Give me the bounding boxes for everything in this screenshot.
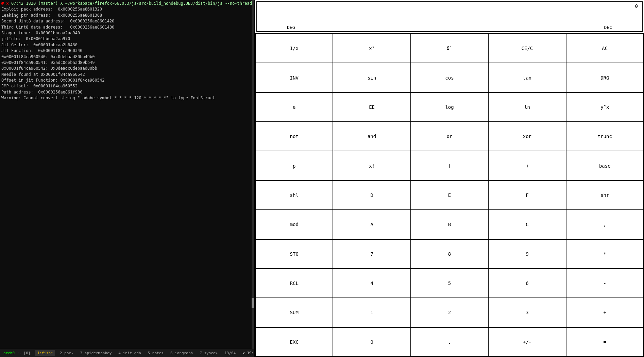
terminal-tab-5[interactable]: 4 init.gdb xyxy=(116,350,143,357)
calc-btn--[interactable]: ) xyxy=(489,151,566,181)
calc-btn-CE-C[interactable]: CE/C xyxy=(489,34,566,63)
calc-btn-5[interactable]: 5 xyxy=(411,269,489,298)
calc-btn-EXC[interactable]: EXC xyxy=(256,328,333,357)
calc-btn--[interactable]: , xyxy=(566,210,644,239)
terminal-scrollbar[interactable] xyxy=(252,0,254,349)
terminal-tab-bar: arch0 :. [0]1:fish*2 poc-3 spidermonkey4… xyxy=(0,349,254,357)
calc-btn-EE[interactable]: EE xyxy=(333,93,411,122)
terminal-content: # x 07:42 1820 (master) X ~/workspace/fi… xyxy=(0,0,252,349)
terminal-tab-9[interactable]: 13/04 xyxy=(222,350,238,357)
terminal-tab-2[interactable]: 1:fish* xyxy=(35,350,55,357)
calc-btn-C[interactable]: C xyxy=(489,210,566,239)
terminal-tab-1[interactable]: arch0 :. [0] xyxy=(1,350,32,357)
calc-btn--[interactable]: ( xyxy=(411,151,489,181)
calc-btn-AC[interactable]: AC xyxy=(566,34,644,63)
calc-display-modes: DEG DEC xyxy=(260,25,639,30)
calc-btn-0[interactable]: 0 xyxy=(333,328,411,357)
calc-btn-base[interactable]: base xyxy=(566,151,644,181)
terminal-tab-7[interactable]: 6 iongraph xyxy=(168,350,195,357)
terminal-line: 0x00001f84ca960542: 0x0deadc0debaad80bb xyxy=(1,66,250,71)
calc-btn-e[interactable]: e xyxy=(256,93,333,122)
terminal-line: Offset in jit Function: 0x00001f84ca9605… xyxy=(1,78,250,83)
calc-btn-trunc[interactable]: trunc xyxy=(566,122,644,151)
calc-btn-9[interactable]: 9 xyxy=(489,240,566,269)
calc-btn-B[interactable]: B xyxy=(411,210,489,239)
terminal-line: Stager func: 0x00001bbcaa2aa940 xyxy=(1,30,250,36)
calc-btn-4[interactable]: 4 xyxy=(333,269,411,298)
terminal-tab-8[interactable]: 7 sysca> xyxy=(198,350,220,357)
calc-btn--[interactable]: * xyxy=(566,240,644,269)
terminal-line: Exploit pack address: 0x0000256ae8601320 xyxy=(1,6,250,12)
calc-btn-3[interactable]: 3 xyxy=(489,298,566,327)
calc-buttons-grid: 1/xx²ϑ`CE/CACINVsincostanDRGeEEloglny^xn… xyxy=(255,33,644,357)
calc-mode-dec: DEC xyxy=(604,25,612,30)
calc-btn-2[interactable]: 2 xyxy=(411,298,489,327)
terminal-line: JMP offset: 0x00001f84ca960552 xyxy=(1,83,250,89)
calc-btn-or[interactable]: or xyxy=(411,122,489,151)
terminal-line: Needle found at 0x00001f84ca960542 xyxy=(1,72,250,78)
calc-btn-shl[interactable]: shl xyxy=(256,181,333,210)
terminal-line: 0x00001f84ca960541: 0xadc0debaad80bb49 xyxy=(1,60,250,66)
terminal-line: Warning: Cannot convert string "-adobe-s… xyxy=(1,95,250,101)
calc-btn-D[interactable]: D xyxy=(333,181,411,210)
calc-btn-8[interactable]: 8 xyxy=(411,240,489,269)
terminal-tab-3[interactable]: 2 poc- xyxy=(58,350,75,357)
calc-btn--[interactable]: + xyxy=(566,298,644,327)
calc-btn-A[interactable]: A xyxy=(333,210,411,239)
terminal-line: Leaking ptr address: 0x0000256ae8601368 xyxy=(1,13,250,18)
terminal-line: # x 07:42 1820 (master) X ~/workspace/fi… xyxy=(1,1,250,6)
calc-btn-1[interactable]: 1 xyxy=(333,298,411,327)
calc-btn-sin[interactable]: sin xyxy=(333,63,411,92)
terminal-tab-4[interactable]: 3 spidermonkey xyxy=(78,350,114,357)
calc-display-value: 0 xyxy=(260,3,639,9)
calc-btn-7[interactable]: 7 xyxy=(333,240,411,269)
terminal-line: 0x00001f84ca960540: 0xc0debaad80bb49b0 xyxy=(1,54,250,60)
terminal-panel: # x 07:42 1820 (master) X ~/workspace/fi… xyxy=(0,0,254,357)
calc-btn-6[interactable]: 6 xyxy=(489,269,566,298)
calc-btn-DRG[interactable]: DRG xyxy=(566,63,644,92)
calc-btn-shr[interactable]: shr xyxy=(566,181,644,210)
calc-btn--[interactable]: = xyxy=(566,328,644,357)
calc-btn-RCL[interactable]: RCL xyxy=(256,269,333,298)
calc-btn-and[interactable]: and xyxy=(333,122,411,151)
terminal-line: Second Uint8 data address: 0x0000256ae86… xyxy=(1,18,250,24)
calc-btn-F[interactable]: F xyxy=(489,181,566,210)
calc-btn-xor[interactable]: xor xyxy=(489,122,566,151)
calc-btn-not[interactable]: not xyxy=(256,122,333,151)
calculator-panel: 0 DEG DEC 1/xx²ϑ`CE/CACINVsincostanDRGeE… xyxy=(254,0,644,357)
calc-btn-E[interactable]: E xyxy=(411,181,489,210)
terminal-line: Third Uint8 data address: 0x0000256ae860… xyxy=(1,24,250,30)
terminal-line: Jit Getter: 0x00001bbcaa2b6430 xyxy=(1,42,250,48)
terminal-scrollbar-thumb[interactable] xyxy=(252,298,254,308)
calc-btn-y-x[interactable]: y^x xyxy=(566,93,644,122)
calc-btn---[interactable]: ϑ` xyxy=(411,34,489,63)
calc-btn-cos[interactable]: cos xyxy=(411,63,489,92)
calc-btn-tan[interactable]: tan xyxy=(489,63,566,92)
terminal-line: Path address: 0x0000256ae861f980 xyxy=(1,89,250,95)
calc-btn----[interactable]: +/- xyxy=(489,328,566,357)
calc-btn-log[interactable]: log xyxy=(411,93,489,122)
calc-btn--[interactable]: - xyxy=(566,269,644,298)
calc-mode-deg: DEG xyxy=(287,25,295,30)
calc-btn-x-[interactable]: x! xyxy=(333,151,411,181)
calc-btn-STO[interactable]: STO xyxy=(256,240,333,269)
calc-btn-SUM[interactable]: SUM xyxy=(256,298,333,327)
calc-display: 0 DEG DEC xyxy=(256,1,643,32)
calc-btn--[interactable]: . xyxy=(411,328,489,357)
calc-btn-1-x[interactable]: 1/x xyxy=(256,34,333,63)
calc-btn-p[interactable]: p xyxy=(256,151,333,181)
terminal-tab-6[interactable]: 5 notes xyxy=(146,350,166,357)
calc-btn-ln[interactable]: ln xyxy=(489,93,566,122)
terminal-line: jitInfo: 0x00001bbcaa2aa970 xyxy=(1,36,250,42)
calc-btn-x-[interactable]: x² xyxy=(333,34,411,63)
calc-btn-INV[interactable]: INV xyxy=(256,63,333,92)
terminal-line: JIT Function: 0x00001f84ca960340 xyxy=(1,48,250,54)
calc-btn-mod[interactable]: mod xyxy=(256,210,333,239)
